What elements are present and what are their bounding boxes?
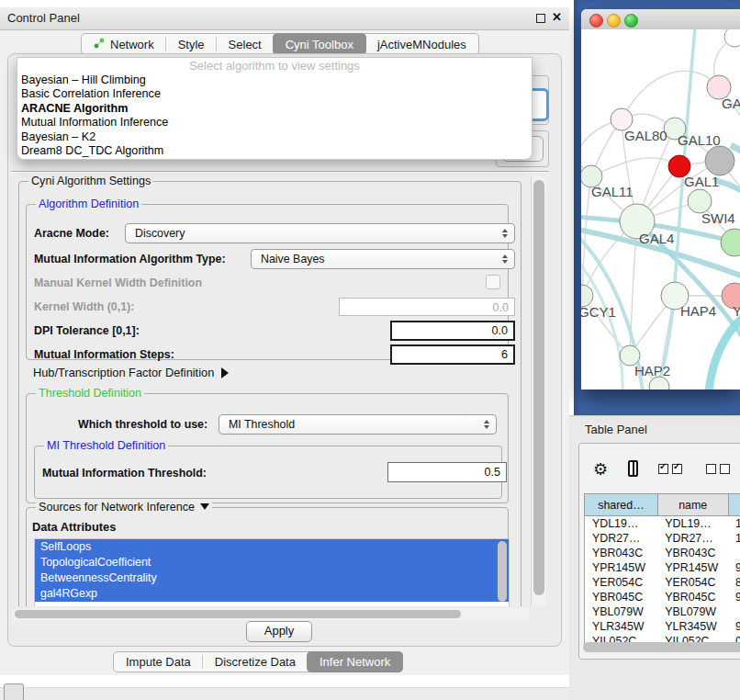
table-cell: YDL19… — [657, 516, 728, 532]
bottom-status-strip — [0, 687, 569, 700]
control-panel-title: Control Panel — [7, 11, 80, 25]
horizontal-scrollbar-thumb[interactable] — [15, 610, 461, 618]
network-edge[interactable] — [581, 257, 622, 390]
tab-infer-network[interactable]: Infer Network — [307, 651, 403, 672]
close-icon[interactable]: ✕ — [552, 10, 562, 24]
apply-button[interactable]: Apply — [246, 621, 312, 642]
network-node[interactable] — [721, 229, 740, 256]
node-label: GCY1 — [581, 304, 616, 320]
table-cell: 8. — [728, 575, 740, 590]
which-threshold-select[interactable]: MI Threshold — [219, 414, 497, 435]
table-row[interactable]: YDR27…YDR27…12 — [585, 531, 740, 546]
table-cell: YDR27… — [585, 531, 658, 546]
tab-discretize-data[interactable]: Discretize Data — [203, 652, 308, 672]
tab-network[interactable]: Network — [82, 34, 166, 54]
control-panel-titlebar[interactable]: Control Panel ✕ — [0, 7, 569, 30]
column-header[interactable]: name — [657, 494, 728, 516]
mi-steps-field[interactable]: 6 — [390, 344, 515, 365]
kernel-width-field[interactable]: 0.0 — [339, 298, 515, 316]
network-edge[interactable] — [622, 71, 719, 119]
attribute-list-item[interactable]: BetweennessCentrality — [35, 570, 509, 586]
table-row[interactable]: YDL19…YDL19…13 — [585, 516, 740, 532]
minimized-panel-button[interactable] — [4, 683, 24, 700]
algorithm-option[interactable]: ARACNE Algorithm — [17, 102, 532, 116]
tab-label: Select — [229, 38, 262, 51]
select-all-icon[interactable] — [658, 464, 686, 474]
node-label: HAP2 — [634, 363, 670, 378]
dpi-tolerance-field[interactable]: 0.0 — [390, 321, 515, 341]
kernel-width-label: Kernel Width (0,1): — [34, 300, 134, 313]
tab-label: Network — [110, 38, 154, 51]
hub-definition-toggle[interactable]: Hub/Transcription Factor Definition — [33, 366, 229, 379]
data-attributes-list[interactable]: SelfLoopsTopologicalCoefficientBetweenne… — [34, 538, 510, 606]
node-label: GAL11 — [591, 184, 633, 199]
mi-threshold-field[interactable]: 0.5 — [387, 462, 507, 482]
network-edge[interactable] — [709, 314, 740, 390]
group-title: Algorithm Definition — [36, 198, 141, 210]
node-label: Y — [733, 303, 740, 319]
network-edge[interactable] — [656, 29, 695, 390]
tab-select[interactable]: Select — [217, 34, 274, 54]
horizontal-scrollbar[interactable] — [13, 608, 529, 620]
network-edge[interactable] — [591, 158, 679, 176]
split-panel-icon[interactable] — [628, 460, 638, 477]
mi-algorithm-type-select[interactable]: Naive Bayes — [251, 249, 515, 269]
table-cell: 9. — [728, 619, 740, 634]
mi-steps-label: Mutual Information Steps: — [34, 348, 174, 361]
table-row[interactable]: YPR145WYPR145W9. — [585, 560, 740, 575]
manual-kernel-checkbox[interactable] — [486, 275, 500, 289]
mi-type-label: Mutual Information Algorithm Type: — [34, 253, 226, 265]
manual-kernel-label: Manual Kernel Width Definition — [34, 277, 202, 289]
aracne-mode-select[interactable]: Discovery — [125, 223, 515, 243]
float-window-icon[interactable] — [536, 14, 545, 23]
tab-jactivemnodules[interactable]: jActiveMNodules — [365, 34, 478, 54]
tab-impute-data[interactable]: Impute Data — [114, 652, 203, 672]
network-graph[interactable]: GALGAL80GAL10GAL1GAL11SWI4GAL4GCY1HAP4YH… — [581, 29, 740, 390]
column-header[interactable]: shared… — [585, 494, 658, 516]
minimize-traffic-light-icon[interactable] — [607, 14, 621, 28]
table-row[interactable]: YBR045CYBR045C9. — [585, 590, 740, 604]
network-node[interactable] — [705, 146, 734, 175]
close-traffic-light-icon[interactable] — [589, 14, 603, 28]
list-scrollbar[interactable] — [498, 541, 507, 602]
sources-toggle[interactable]: Sources for Network Inference — [36, 501, 212, 514]
network-canvas[interactable]: GALGAL80GAL10GAL1GAL11SWI4GAL4GCY1HAP4YH… — [581, 29, 740, 390]
network-node[interactable] — [724, 29, 740, 47]
algorithm-option[interactable]: Bayesian – Hill Climbing — [17, 73, 532, 87]
network-window-titlebar[interactable] — [581, 9, 740, 30]
gear-icon[interactable]: ⚙ — [593, 459, 608, 479]
table-body[interactable]: YDL19…YDL19…13YDR27…YDR27…12YBR043CYBR04… — [585, 516, 740, 649]
settings-scrollpane[interactable]: Cyni Algorithm Settings Algorithm Defini… — [13, 176, 529, 606]
which-threshold-label: Which threshold to use: — [78, 418, 207, 431]
algorithm-option[interactable]: Mutual Information Inference — [17, 116, 532, 130]
bottom-tabbar: Impute Data Discretize Data Infer Networ… — [113, 651, 403, 672]
table-cell: 9. — [728, 590, 740, 604]
table-cell: 9. — [728, 560, 740, 575]
tab-label: Impute Data — [126, 655, 191, 669]
column-header[interactable] — [728, 494, 740, 516]
algorithm-option[interactable]: Basic Correlation Inference — [17, 87, 532, 101]
tab-label: jActiveMNodules — [377, 38, 466, 51]
table-horizontal-scrollbar-thumb[interactable] — [583, 642, 740, 652]
table-row[interactable]: YLR345WYLR345W9. — [585, 619, 740, 634]
algorithm-popup-list: Bayesian – Hill ClimbingBasic Correlatio… — [17, 73, 532, 158]
table-row[interactable]: YER054CYER054C8. — [585, 575, 740, 590]
table-header-row[interactable]: shared…name — [585, 494, 740, 516]
attribute-list-item[interactable]: gal4RGexp — [35, 586, 509, 602]
deselect-all-icon[interactable] — [706, 464, 734, 474]
tab-cyni-toolbox[interactable]: Cyni Toolbox — [273, 33, 366, 55]
table-cell: YPR145W — [585, 560, 658, 575]
node-table[interactable]: shared…name YDL19…YDL19…13YDR27…YDR27…12… — [584, 493, 740, 649]
vertical-scrollbar[interactable] — [531, 176, 546, 606]
table-cell: YDR27… — [657, 531, 728, 546]
attribute-list-item[interactable]: SelfLoops — [35, 539, 509, 555]
algorithm-option[interactable]: Bayesian – K2 — [17, 130, 532, 144]
table-row[interactable]: YBL079WYBL079W — [585, 604, 740, 619]
attribute-list-item[interactable]: TopologicalCoefficient — [35, 555, 509, 570]
vertical-scrollbar-thumb[interactable] — [533, 180, 544, 595]
table-row[interactable]: YBR043CYBR043C — [585, 546, 740, 560]
table-cell: YBL079W — [657, 604, 728, 619]
algorithm-option[interactable]: Dream8 DC_TDC Algorithm — [17, 144, 532, 158]
tab-style[interactable]: Style — [166, 34, 217, 54]
zoom-traffic-light-icon[interactable] — [624, 14, 638, 28]
